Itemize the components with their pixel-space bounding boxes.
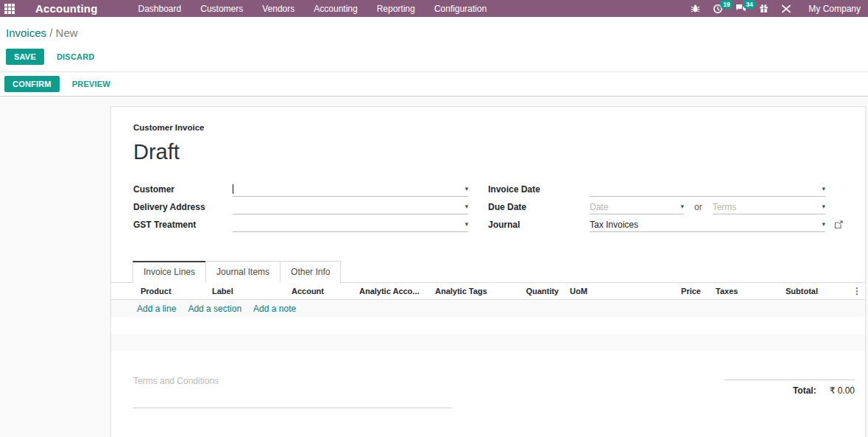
line-actions-row: Add a line Add a section Add a note — [111, 300, 865, 317]
messages-icon[interactable]: 34 — [735, 4, 747, 13]
invoice-total: Total: ₹ 0.00 — [724, 380, 855, 396]
external-link-icon[interactable] — [834, 220, 843, 229]
notebook-tabs: Invoice Lines Journal Items Other Info — [111, 261, 865, 283]
fields-left-column: Customer ▾ Delivery Address ▾ GST Treatm… — [133, 181, 468, 234]
tab-other-info[interactable]: Other Info — [280, 261, 341, 283]
main-menu: Dashboard Customers Vendors Accounting R… — [129, 1, 497, 17]
discard-button[interactable]: DISCARD — [57, 52, 95, 61]
activity-count-badge: 19 — [720, 0, 733, 9]
invoice-date-label: Invoice Date — [488, 184, 590, 195]
developer-tools-icon[interactable] — [781, 4, 791, 13]
col-label: Label — [212, 287, 292, 296]
empty-row — [111, 317, 865, 334]
delivery-address-label: Delivery Address — [133, 202, 233, 212]
add-a-line-link[interactable]: Add a line — [137, 304, 176, 314]
breadcrumb: Invoices / New — [6, 27, 868, 39]
journal-value: Tax Invoices — [590, 220, 638, 230]
record-buttons: SAVE DISCARD — [6, 49, 868, 65]
confirm-button[interactable]: CONFIRM — [4, 76, 60, 92]
save-button[interactable]: SAVE — [6, 49, 44, 65]
journal-label: Journal — [488, 220, 590, 230]
chevron-down-icon[interactable]: ▾ — [822, 186, 825, 192]
total-label: Total: — [793, 385, 816, 396]
gift-icon[interactable] — [759, 4, 769, 13]
customer-row: Customer ▾ — [133, 181, 468, 198]
terms-and-conditions-field[interactable]: Terms and Conditions — [133, 376, 724, 408]
menu-dashboard[interactable]: Dashboard — [129, 1, 191, 17]
chevron-down-icon[interactable]: ▾ — [822, 203, 825, 210]
due-date-input[interactable]: Date ▾ — [590, 200, 684, 214]
total-value: ₹ 0.00 — [830, 385, 855, 396]
app-title[interactable]: Accounting — [35, 2, 98, 15]
chevron-down-icon[interactable]: ▾ — [680, 203, 684, 210]
menu-configuration[interactable]: Configuration — [425, 1, 496, 17]
col-taxes: Taxes — [701, 287, 767, 296]
tab-journal-items[interactable]: Journal Items — [205, 261, 280, 283]
delivery-address-input[interactable]: ▾ — [233, 200, 468, 214]
chevron-down-icon[interactable]: ▾ — [822, 221, 825, 228]
journal-input[interactable]: Tax Invoices ▾ — [590, 217, 825, 232]
menu-customers[interactable]: Customers — [191, 1, 253, 17]
invoice-status-title: Draft — [133, 140, 865, 164]
breadcrumb-invoices-link[interactable]: Invoices — [6, 27, 46, 39]
col-product: Product — [141, 287, 212, 296]
or-text: or — [694, 202, 702, 212]
apps-grid-icon[interactable] — [4, 4, 15, 14]
due-date-placeholder: Date — [590, 202, 608, 212]
bug-icon[interactable] — [691, 4, 700, 13]
add-a-note-link[interactable]: Add a note — [253, 304, 296, 314]
col-analytic-account: Analytic Acco... — [359, 287, 435, 296]
col-account: Account — [292, 287, 359, 296]
invoice-lines-header: Product Label Account Analytic Acco... A… — [111, 283, 865, 300]
empty-row — [111, 334, 865, 351]
payment-terms-input[interactable]: Terms ▾ — [713, 200, 825, 214]
col-uom: UoM — [559, 287, 625, 296]
terms-placeholder: Terms — [713, 202, 737, 212]
activity-clock-icon[interactable]: 19 — [713, 4, 723, 14]
invoice-date-row: Invoice Date ▾ — [488, 181, 843, 198]
invoice-date-input[interactable]: ▾ — [590, 182, 825, 197]
journal-row: Journal Tax Invoices ▾ — [488, 216, 843, 234]
menu-accounting[interactable]: Accounting — [304, 1, 367, 17]
control-panel: Invoices / New SAVE DISCARD — [0, 17, 868, 72]
delivery-address-row: Delivery Address ▾ — [133, 198, 468, 216]
chevron-down-icon[interactable]: ▾ — [465, 203, 468, 210]
col-price: Price — [625, 287, 701, 296]
message-count-badge: 34 — [743, 0, 755, 9]
menu-vendors[interactable]: Vendors — [253, 1, 304, 17]
document-type-label: Customer Invoice — [133, 123, 865, 132]
customer-input[interactable]: ▾ — [233, 182, 468, 197]
gst-treatment-label: GST Treatment — [133, 220, 233, 230]
invoice-sheet: Customer Invoice Draft Customer ▾ Delive… — [110, 106, 866, 437]
form-view-area: Customer Invoice Draft Customer ▾ Delive… — [0, 106, 868, 437]
col-quantity: Quantity — [525, 287, 559, 296]
col-subtotal: Subtotal — [767, 287, 849, 296]
chevron-down-icon[interactable]: ▾ — [465, 221, 468, 228]
preview-button[interactable]: PREVIEW — [72, 80, 110, 88]
gst-treatment-input[interactable]: ▾ — [233, 217, 468, 232]
gst-treatment-row: GST Treatment ▾ — [133, 216, 468, 234]
terms-and-conditions-placeholder: Terms and Conditions — [133, 376, 724, 386]
optional-columns-icon[interactable]: ⋮ — [849, 287, 865, 296]
text-cursor — [233, 184, 233, 194]
top-navbar: Accounting Dashboard Customers Vendors A… — [0, 0, 868, 17]
customer-label: Customer — [133, 184, 233, 195]
terms-underline — [133, 408, 451, 408]
col-analytic-tags: Analytic Tags — [435, 287, 525, 296]
icon-slot — [825, 220, 843, 229]
breadcrumb-current: New — [56, 27, 78, 39]
invoice-fields: Customer ▾ Delivery Address ▾ GST Treatm… — [133, 181, 843, 234]
due-date-row: Due Date Date ▾ or Terms ▾ — [488, 198, 843, 216]
breadcrumb-separator: / — [49, 27, 52, 39]
form-statusbar: CONFIRM PREVIEW — [0, 72, 868, 97]
menu-reporting[interactable]: Reporting — [367, 1, 425, 17]
chevron-down-icon[interactable]: ▾ — [465, 186, 468, 192]
tab-invoice-lines[interactable]: Invoice Lines — [133, 261, 206, 283]
navbar-systray: 19 34 My Company — [691, 4, 861, 14]
sheet-footer: Terms and Conditions Total: ₹ 0.00 — [111, 376, 865, 408]
fields-right-column: Invoice Date ▾ Due Date Date ▾ or Terms — [488, 181, 843, 234]
add-a-section-link[interactable]: Add a section — [188, 304, 241, 314]
due-date-label: Due Date — [488, 202, 590, 212]
user-company-menu[interactable]: My Company — [808, 4, 861, 14]
